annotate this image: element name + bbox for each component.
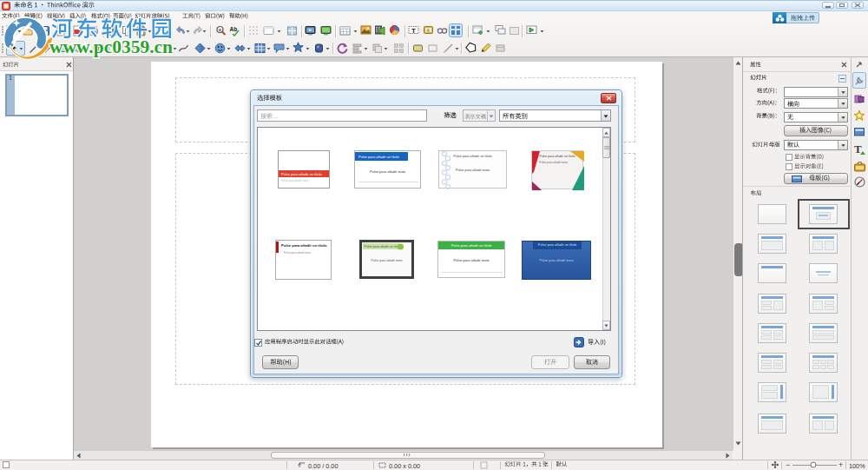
svg-text:www.pc0359.cn: www.pc0359.cn bbox=[49, 36, 173, 57]
svg-text:Ab: Ab bbox=[230, 26, 238, 32]
svg-text:T: T bbox=[854, 142, 862, 156]
svg-text:T: T bbox=[411, 27, 416, 35]
